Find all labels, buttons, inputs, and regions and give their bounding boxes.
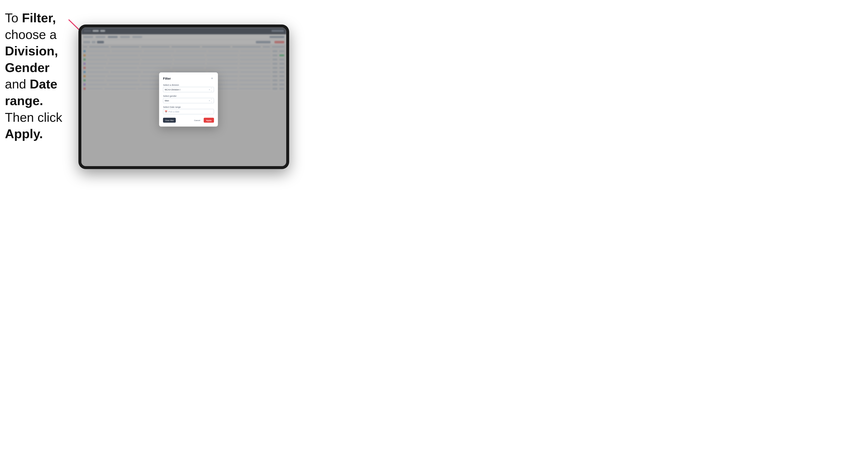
footer-right: Cancel Apply	[192, 118, 214, 123]
division-group: Select a division NCAA Division I × ⌃⌄	[163, 84, 214, 92]
modal-footer: Clear filter Cancel Apply	[163, 118, 214, 123]
division-value: NCAA Division I	[165, 89, 180, 91]
division-select[interactable]: NCAA Division I × ⌃⌄	[163, 87, 214, 92]
instruction-bold-line: Division, Gender	[5, 44, 58, 75]
date-group: Select Date range 📅 Pick a date	[163, 106, 214, 115]
gender-group: Select gender Men × ⌃⌄	[163, 95, 214, 103]
clear-filter-button[interactable]: Clear filter	[163, 118, 176, 123]
date-label: Select Date range	[163, 106, 214, 108]
division-label: Select a division	[163, 84, 214, 86]
gender-controls: × ⌃⌄	[209, 99, 212, 103]
division-chevron-icon: ⌃⌄	[211, 88, 212, 92]
date-placeholder: Pick a date	[168, 111, 179, 113]
gender-chevron-icon: ⌃⌄	[211, 99, 212, 103]
instruction-text: To Filter, choose a Division, Gender and…	[5, 10, 81, 142]
gender-clear-icon[interactable]: ×	[209, 99, 210, 102]
modal-title: Filter	[163, 76, 171, 80]
instruction-line3: and Date range.	[5, 77, 57, 108]
filter-modal: Filter × Select a division NCAA Division…	[159, 72, 218, 127]
tablet-frame: Filter × Select a division NCAA Division…	[79, 25, 289, 169]
instruction-line4: Then click Apply.	[5, 110, 62, 141]
tablet-screen: Filter × Select a division NCAA Division…	[81, 27, 286, 166]
division-controls: × ⌃⌄	[209, 88, 212, 92]
cancel-button[interactable]: Cancel	[192, 118, 202, 123]
close-button[interactable]: ×	[210, 76, 214, 81]
gender-select[interactable]: Men × ⌃⌄	[163, 98, 214, 103]
instruction-line1: To Filter, choose a	[5, 11, 57, 42]
gender-value: Men	[165, 99, 169, 102]
apply-button[interactable]: Apply	[204, 118, 214, 123]
date-input[interactable]: 📅 Pick a date	[163, 109, 214, 115]
modal-header: Filter ×	[163, 76, 214, 81]
calendar-icon: 📅	[165, 111, 167, 113]
gender-label: Select gender	[163, 95, 214, 97]
division-clear-icon[interactable]: ×	[209, 89, 210, 91]
